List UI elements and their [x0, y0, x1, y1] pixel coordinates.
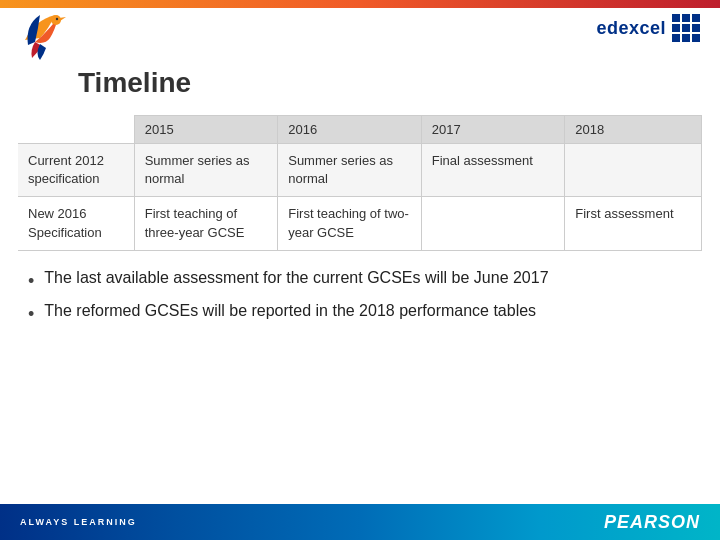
col-header-2016: 2016: [278, 116, 422, 144]
col-header-2015: 2015: [134, 116, 278, 144]
timeline-table: 2015 2016 2017 2018 Current 2012 specifi…: [18, 115, 702, 251]
col-header-2018: 2018: [565, 116, 702, 144]
cell-current-2017: Final assessment: [421, 144, 565, 197]
svg-point-0: [51, 15, 61, 25]
table-row: Current 2012 specification Summer series…: [18, 144, 702, 197]
edexcel-grid-icon: [672, 14, 700, 42]
bullet-text-2: The reformed GCSEs will be reported in t…: [44, 300, 536, 322]
svg-point-1: [56, 18, 58, 20]
page-title: Timeline: [78, 67, 702, 99]
row-header-current: Current 2012 specification: [18, 144, 134, 197]
table-row: New 2016 Specification First teaching of…: [18, 197, 702, 250]
cell-new-2016: First teaching of two-year GCSE: [278, 197, 422, 250]
cell-new-2018: First assessment: [565, 197, 702, 250]
edexcel-text: edexcel: [596, 18, 666, 39]
cell-new-2017: [421, 197, 565, 250]
cell-current-2016: Summer series as normal: [278, 144, 422, 197]
bullet-dot-1: •: [28, 269, 34, 294]
top-accent-bar: [0, 0, 720, 8]
bullet-item-2: • The reformed GCSEs will be reported in…: [28, 300, 702, 327]
cell-current-2015: Summer series as normal: [134, 144, 278, 197]
footer: ALWAYS LEARNING PEARSON: [0, 504, 720, 540]
bullet-item-1: • The last available assessment for the …: [28, 267, 702, 294]
main-content: Timeline 2015 2016 2017 2018 Current 201…: [18, 55, 702, 500]
row-header-new: New 2016 Specification: [18, 197, 134, 250]
col-header-2017: 2017: [421, 116, 565, 144]
col-header-empty: [18, 116, 134, 144]
cell-current-2018: [565, 144, 702, 197]
edexcel-logo: edexcel: [596, 14, 700, 42]
bullet-dot-2: •: [28, 302, 34, 327]
footer-pearson: PEARSON: [604, 512, 700, 533]
cell-new-2015: First teaching of three-year GCSE: [134, 197, 278, 250]
bullet-section: • The last available assessment for the …: [18, 267, 702, 327]
bullet-text-1: The last available assessment for the cu…: [44, 267, 548, 289]
footer-always-learning: ALWAYS LEARNING: [20, 517, 137, 527]
